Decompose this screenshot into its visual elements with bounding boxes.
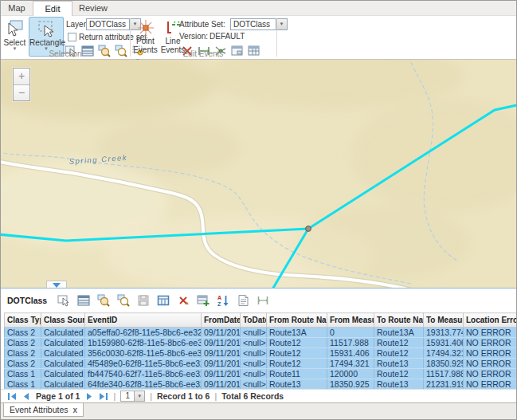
table-cell: Route12 bbox=[267, 348, 327, 359]
pagination-bar: Page 1 of 1 | 1 ▼ | Record 1 to 6 | Tota… bbox=[1, 389, 516, 402]
version-label: Version: bbox=[179, 32, 208, 41]
switch-table-view-icon[interactable] bbox=[157, 294, 170, 307]
ribbon-tab-bar: Map Edit Review bbox=[1, 1, 516, 16]
col-from-measure[interactable]: From Measure bbox=[327, 313, 374, 328]
table-cell: Route11 bbox=[267, 369, 327, 379]
route-junction-marker[interactable] bbox=[306, 226, 311, 232]
table-cell: 18350.925 bbox=[424, 359, 464, 369]
table-cell: Calculated bbox=[41, 348, 85, 359]
table-row[interactable]: Class 2Calculateda05effa0-62f8-11e5-8bc6… bbox=[5, 328, 517, 338]
related-tables-icon[interactable] bbox=[57, 294, 70, 307]
table-options-icon[interactable] bbox=[77, 294, 90, 307]
map-view[interactable]: Spring Creek + − bbox=[1, 60, 516, 288]
table-cell: 4f5489e0-62f8-11e5-8bc6-ee32641d5ec9 bbox=[85, 359, 202, 369]
table-row[interactable]: Class 2Calculated356c0030-62f8-11e5-8bc6… bbox=[5, 348, 517, 359]
table-cell: NO ERROR bbox=[464, 369, 517, 379]
table-cell: Route12 bbox=[374, 348, 424, 359]
add-record-icon[interactable] bbox=[197, 294, 210, 307]
pagination-separator: | bbox=[150, 391, 152, 401]
table-cell: Route12 bbox=[374, 338, 424, 348]
svg-text:Z: Z bbox=[217, 301, 221, 307]
rectangle-select-icon bbox=[37, 19, 56, 38]
tab-event-attributes[interactable]: Event Attributes x bbox=[3, 403, 84, 417]
table-cell: 17494.321 bbox=[424, 348, 464, 359]
table-cell: 120000 bbox=[327, 369, 374, 379]
table-row[interactable]: Class 2Calculated4f5489e0-62f8-11e5-8bc6… bbox=[5, 359, 517, 369]
ribbon-body: Select ▼ Rectangle ▼ Layer: DOTClass ▼ R… bbox=[1, 16, 516, 60]
col-eventid[interactable]: EventID bbox=[85, 313, 202, 328]
delete-selected-icon[interactable] bbox=[177, 294, 190, 307]
table-cell: 64fde340-62f8-11e5-8bc6-ee32641d5ec9 bbox=[85, 379, 202, 390]
zoom-to-selected-icon[interactable] bbox=[97, 294, 110, 307]
table-cell: NO ERROR bbox=[464, 338, 517, 348]
col-fromdate[interactable]: FromDate bbox=[202, 313, 241, 328]
col-class-type[interactable]: Class Type bbox=[5, 313, 41, 328]
table-cell: Route13 bbox=[267, 379, 327, 390]
table-cell: 11517.988 bbox=[327, 338, 374, 348]
tab-edit[interactable]: Edit bbox=[33, 1, 72, 16]
table-cell: Route12 bbox=[374, 369, 424, 379]
page-indicator: Page 1 of 1 bbox=[36, 391, 80, 401]
page-selector[interactable]: 1 ▼ bbox=[120, 391, 145, 402]
save-icon[interactable] bbox=[137, 294, 150, 307]
attribute-set-dropdown-value: DOTClass bbox=[230, 18, 276, 30]
col-to-route-name[interactable]: To Route Name bbox=[374, 313, 424, 328]
page-selector-value: 1 bbox=[120, 391, 135, 402]
measure-columns-icon[interactable] bbox=[257, 294, 269, 307]
table-cell: 09/11/2015 bbox=[202, 379, 241, 390]
col-location-error[interactable]: Location Error bbox=[464, 313, 517, 328]
previous-page-button[interactable] bbox=[22, 392, 31, 401]
table-cell: Class 2 bbox=[5, 359, 41, 369]
table-cell: <null> bbox=[241, 369, 267, 379]
table-cell: Calculated bbox=[41, 328, 85, 338]
return-attribute-set-checkbox[interactable] bbox=[68, 33, 76, 41]
panel-tab-bar: Event Attributes x bbox=[1, 402, 516, 420]
page-selector-arrow-icon[interactable]: ▼ bbox=[135, 391, 145, 402]
svg-text:A: A bbox=[217, 295, 221, 300]
table-cell: <null> bbox=[241, 348, 267, 359]
tab-close-icon[interactable]: x bbox=[73, 406, 78, 414]
attribute-set-label: Attribute Set: bbox=[179, 20, 225, 29]
attribute-set-dropdown[interactable]: DOTClass ▼ bbox=[230, 18, 288, 30]
attribute-set-dropdown-arrow-icon[interactable]: ▼ bbox=[276, 18, 288, 30]
table-row[interactable]: Class 1Calculatedfb447540-62f7-11e5-8bc6… bbox=[5, 369, 517, 379]
table-cell: Class 1 bbox=[5, 379, 41, 390]
table-cell: Route13A bbox=[374, 328, 424, 338]
col-from-route-name[interactable]: From Route Name bbox=[267, 313, 327, 328]
col-to-measure[interactable]: To Measure bbox=[424, 313, 464, 328]
table-cell: 17494.321 bbox=[327, 359, 374, 369]
table-cell: Route13 bbox=[374, 359, 424, 369]
table-cell: 19313.774 bbox=[424, 328, 464, 338]
table-row[interactable]: Class 1Calculated64fde340-62f8-11e5-8bc6… bbox=[5, 379, 517, 390]
panel-collapse-button[interactable] bbox=[46, 281, 67, 288]
table-cell: 1b159980-62f8-11e5-8bc6-ee32641d5ec9 bbox=[85, 338, 202, 348]
sort-icon[interactable]: A Z bbox=[217, 294, 229, 307]
table-toolbar: DOTClass bbox=[1, 289, 516, 312]
table-header-row: Class Type Class Source EventID FromDate… bbox=[5, 313, 517, 328]
next-page-button[interactable] bbox=[84, 392, 94, 401]
table-cell: 09/11/2015 bbox=[202, 348, 241, 359]
event-attributes-panel: DOTClass bbox=[1, 288, 516, 419]
zoom-in-button[interactable]: + bbox=[14, 69, 29, 84]
table-cell: Route13A bbox=[267, 328, 327, 338]
table-cell: 15931.406 bbox=[424, 338, 464, 348]
first-page-button[interactable] bbox=[7, 392, 17, 401]
table-cell: <null> bbox=[241, 328, 267, 338]
table-cell: Calculated bbox=[41, 379, 85, 390]
table-cell: 09/11/2015 bbox=[202, 338, 241, 348]
last-page-button[interactable] bbox=[99, 392, 108, 401]
table-cell: Class 1 bbox=[5, 369, 41, 379]
table-cell: <null> bbox=[241, 379, 267, 390]
table-row[interactable]: Class 2Calculated1b159980-62f8-11e5-8bc6… bbox=[5, 338, 517, 348]
col-class-source[interactable]: Class Source bbox=[41, 313, 85, 328]
tab-map[interactable]: Map bbox=[1, 1, 33, 16]
point-events-icon bbox=[137, 19, 155, 37]
report-icon[interactable] bbox=[237, 294, 249, 307]
zoom-out-button[interactable]: − bbox=[14, 84, 29, 100]
table-cell: 15931.406 bbox=[327, 348, 374, 359]
col-todate[interactable]: ToDate bbox=[241, 313, 267, 328]
pan-to-selected-icon[interactable] bbox=[117, 294, 130, 307]
tab-review[interactable]: Review bbox=[72, 1, 114, 16]
table-cell: Class 2 bbox=[5, 338, 41, 348]
table-cell: 356c0030-62f8-11e5-8bc6-ee32641d5ec9 bbox=[85, 348, 202, 359]
